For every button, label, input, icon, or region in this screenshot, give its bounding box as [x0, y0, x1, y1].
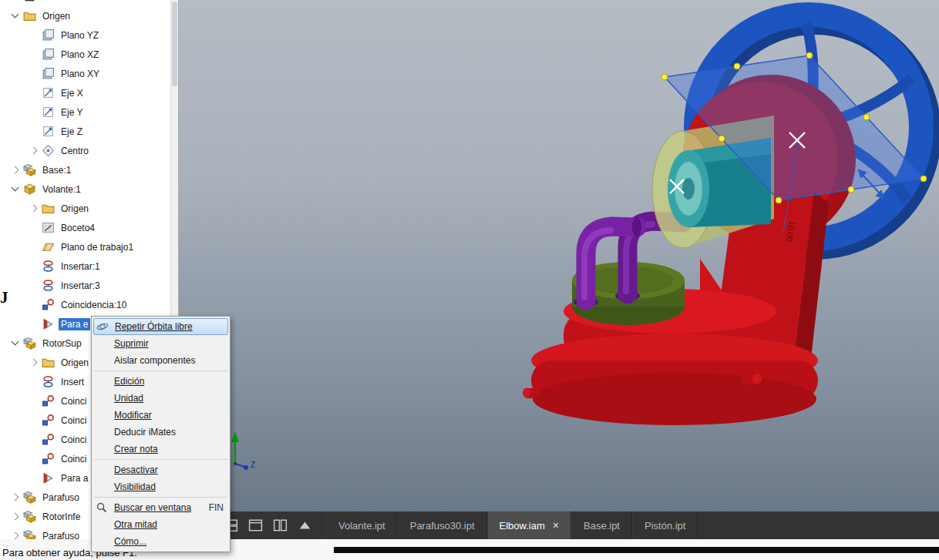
chevron-collapsed-icon[interactable] — [12, 494, 19, 501]
cascade-windows-icon[interactable] — [247, 518, 264, 532]
menu-item-label: Otra mitad — [114, 519, 157, 530]
tab-volante-ipt[interactable]: Volante.ipt — [326, 511, 398, 539]
viewport-3d[interactable]: 10,00 Z — [179, 0, 939, 511]
mate-icon — [42, 433, 55, 446]
menu-item-como[interactable]: Cómo... — [93, 533, 228, 550]
tree-item-item[interactable] — [0, 0, 178, 6]
menu-item-label: Unidad — [114, 393, 143, 404]
menu-item-unidad[interactable]: Unidad — [93, 390, 228, 407]
mate-icon — [42, 298, 55, 311]
menu-item-visibilidad[interactable]: Visibilidad — [93, 478, 228, 495]
component-icon — [23, 491, 36, 504]
chevron-collapsed-icon[interactable] — [12, 513, 19, 521]
flag-icon — [42, 471, 55, 485]
chevron-collapsed-icon[interactable] — [30, 147, 38, 155]
menu-separator — [94, 497, 227, 498]
dark-icon — [23, 0, 36, 3]
chevron-collapsed-icon[interactable] — [12, 532, 19, 539]
tab-label: Base.ipt — [584, 520, 620, 531]
tree-item-label: Para a — [59, 472, 90, 485]
menu-item-label: Suprimir — [114, 338, 149, 349]
menu-item-label: Buscar en ventana — [114, 502, 191, 513]
tree-item-label: Origen — [59, 357, 91, 369]
tree-item-label: Centro — [59, 145, 91, 157]
search-icon — [96, 501, 109, 514]
tree-item-label: Insertar:3 — [59, 280, 103, 292]
tree-item-boceto4[interactable]: Boceto4 — [0, 218, 178, 237]
tab-elbow-iam[interactable]: Elbow.iam× — [487, 511, 571, 539]
chevron-expanded-icon[interactable] — [12, 184, 19, 192]
tree-item-origen[interactable]: Origen — [0, 199, 178, 218]
sketch-icon — [42, 221, 55, 234]
menu-item-otra-mitad[interactable]: Otra mitad — [93, 516, 228, 533]
menu-item-modificar[interactable]: Modificar — [93, 407, 228, 424]
document-tabbar: Volante.iptParafuso30.iptElbow.iam×Base.… — [179, 511, 939, 539]
menu-icon-spacer — [96, 337, 109, 350]
axis-icon — [42, 86, 55, 99]
axis-icon — [42, 125, 55, 138]
menu-item-label: Crear nota — [114, 444, 158, 454]
component-icon — [23, 337, 36, 350]
insert-icon — [42, 260, 55, 273]
tree-item-eje-x[interactable]: Eje X — [0, 83, 178, 102]
expand-panel-icon[interactable] — [296, 518, 314, 532]
tab-parafuso30-ipt[interactable]: Parafuso30.ipt — [398, 511, 487, 539]
tree-item-origen[interactable]: Origen — [0, 6, 178, 25]
tree-item-centro[interactable]: Centro — [0, 141, 178, 160]
tree-item-label: Origen — [59, 203, 91, 215]
chevron-collapsed-icon[interactable] — [30, 359, 38, 367]
tree-item-plano-yz[interactable]: Plano YZ — [0, 25, 178, 45]
menu-icon-spacer — [96, 375, 109, 387]
tree-item-insertar-1[interactable]: Insertar:1 — [0, 257, 178, 276]
menu-item-label: Aislar componentes — [114, 355, 195, 366]
tree-item-label: Coinci — [59, 414, 89, 427]
center-icon — [42, 144, 55, 157]
menu-item-suprimir[interactable]: Suprimir — [93, 335, 228, 352]
menu-item-label: Edición — [114, 376, 144, 387]
menu-item-label: Cómo... — [114, 536, 146, 547]
menu-item-deducir-imates[interactable]: Deducir iMates — [93, 424, 228, 441]
menu-item-desactivar[interactable]: Desactivar — [93, 461, 228, 478]
orientation-triad: Z — [231, 431, 255, 470]
mate-icon — [42, 414, 55, 427]
tree-item-eje-y[interactable]: Eje Y — [0, 102, 178, 122]
tree-item-base-1[interactable]: Base:1 — [0, 160, 178, 179]
tree-item-plano-xy[interactable]: Plano XY — [0, 64, 178, 83]
menu-item-edicion[interactable]: Edición — [93, 373, 228, 390]
tile-vertical-icon[interactable] — [271, 518, 289, 532]
tab-piston-ipt[interactable]: Pistón.ipt — [632, 511, 698, 539]
tree-item-volante-1[interactable]: Volante:1 — [0, 179, 178, 199]
tree-item-label: Coinci — [59, 434, 89, 446]
scrollbar-thumb[interactable] — [172, 2, 177, 86]
menu-item-buscar-en-ventana[interactable]: Buscar en ventanaFIN — [93, 499, 228, 516]
chevron-expanded-icon[interactable] — [12, 11, 19, 18]
tree-item-insertar-3[interactable]: Insertar:3 — [0, 276, 178, 295]
tree-item-coincidencia-10[interactable]: Coincidencia:10 — [0, 295, 178, 314]
menu-item-label: Visibilidad — [114, 481, 156, 492]
mate-icon — [42, 394, 55, 407]
axis-icon — [42, 106, 55, 119]
tab-label: Elbow.iam — [500, 520, 545, 531]
chevron-expanded-icon[interactable] — [12, 338, 19, 346]
tree-item-label: Parafuso — [40, 491, 82, 504]
tree-item-eje-z[interactable]: Eje Z — [0, 122, 178, 141]
menu-item-crear-nota[interactable]: Crear nota — [93, 441, 228, 458]
triad-z-label: Z — [251, 461, 255, 469]
tree-item-label: Volante:1 — [40, 183, 83, 196]
viewport[interactable]: 10,00 Z — [179, 0, 939, 511]
close-tab-icon[interactable]: × — [553, 520, 559, 531]
flag-icon — [42, 317, 55, 330]
chevron-collapsed-icon[interactable] — [12, 166, 19, 174]
tree-item-plano-de-trabajo1[interactable]: Plano de trabajo1 — [0, 237, 178, 257]
menu-item-label: Modificar — [114, 410, 152, 421]
tab-base-ipt[interactable]: Base.ipt — [571, 511, 632, 539]
tree-item-label: Coincidencia:10 — [59, 299, 129, 311]
menu-item-aislar-componentes[interactable]: Aislar componentes — [93, 352, 228, 369]
menu-item-repetir-orbita-libre[interactable]: Repetir Órbita libre — [93, 318, 228, 335]
application-window: 10,00 Z — [0, 0, 939, 560]
component-icon — [23, 510, 36, 523]
chevron-collapsed-icon[interactable] — [30, 205, 38, 213]
menu-icon-spacer — [96, 409, 109, 421]
folder-icon — [42, 356, 55, 369]
tree-item-plano-xz[interactable]: Plano XZ — [0, 45, 178, 64]
